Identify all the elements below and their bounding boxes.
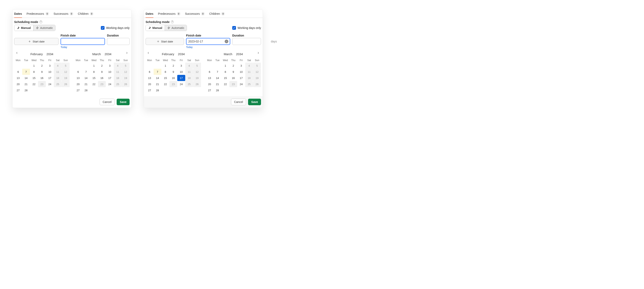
calendar-day[interactable]: 1 xyxy=(162,62,170,69)
calendar-day[interactable]: 4 xyxy=(185,62,193,69)
calendar-day[interactable]: 17 xyxy=(237,75,245,81)
calendar-day[interactable]: 16 xyxy=(170,75,178,81)
chevron-left-icon[interactable] xyxy=(14,51,19,55)
calendar-day[interactable]: 22 xyxy=(90,81,98,87)
calendar-day[interactable]: 6 xyxy=(206,69,214,75)
calendar-day[interactable]: 23 xyxy=(38,81,46,87)
calendar-day[interactable]: 12 xyxy=(253,69,261,75)
calendar-day[interactable]: 15 xyxy=(30,75,38,81)
finish-date-field[interactable] xyxy=(62,39,103,43)
calendar-day[interactable]: 25 xyxy=(185,81,193,87)
calendar-day[interactable]: 11 xyxy=(245,69,253,75)
calendar-day[interactable]: 4 xyxy=(54,62,62,69)
calendar-day[interactable]: 17 xyxy=(106,75,114,81)
calendar-day[interactable]: 2 xyxy=(170,62,178,69)
calendar-day[interactable]: 20 xyxy=(146,81,154,87)
calendar-day[interactable]: 16 xyxy=(98,75,106,81)
calendar-day[interactable]: 21 xyxy=(82,81,90,87)
calendar-day[interactable]: 20 xyxy=(206,81,214,87)
calendar-day[interactable]: 16 xyxy=(230,75,238,81)
cancel-button[interactable]: Cancel xyxy=(231,99,246,105)
calendar-day[interactable]: 7 xyxy=(214,69,222,75)
save-button[interactable]: Save xyxy=(248,99,261,105)
tab-children[interactable]: Children0 xyxy=(78,9,94,18)
cancel-button[interactable]: Cancel xyxy=(100,99,115,105)
calendar-day[interactable]: 11 xyxy=(185,69,193,75)
calendar-day[interactable]: 6 xyxy=(146,69,154,75)
calendar-day[interactable]: 28 xyxy=(82,87,90,93)
calendar-day[interactable]: 12 xyxy=(193,69,201,75)
calendar-day[interactable]: 20 xyxy=(74,81,82,87)
calendar-day[interactable]: 2 xyxy=(98,62,106,69)
calendar-day[interactable]: 3 xyxy=(106,62,114,69)
tab-dates[interactable]: Dates xyxy=(146,10,154,18)
calendar-day[interactable]: 19 xyxy=(193,75,201,81)
today-link[interactable]: Today xyxy=(60,46,105,49)
calendar-day[interactable]: 27 xyxy=(146,87,154,93)
calendar-day[interactable]: 9 xyxy=(170,69,178,75)
calendar-day[interactable]: 28 xyxy=(154,87,162,93)
chevron-right-icon[interactable] xyxy=(125,51,129,55)
calendar-day[interactable]: 5 xyxy=(253,62,261,69)
calendar-day[interactable]: 24 xyxy=(237,81,245,87)
calendar-day[interactable]: 10 xyxy=(106,69,114,75)
tab-children[interactable]: Children0 xyxy=(209,9,225,18)
calendar-day[interactable]: 13 xyxy=(14,75,22,81)
calendar-day[interactable]: 13 xyxy=(74,75,82,81)
calendar-day[interactable]: 7 xyxy=(154,69,162,75)
calendar-day[interactable]: 15 xyxy=(90,75,98,81)
finish-date-input[interactable] xyxy=(186,38,230,45)
calendar-day[interactable]: 20 xyxy=(14,81,22,87)
calendar-day[interactable]: 25 xyxy=(114,81,122,87)
calendar-day[interactable]: 12 xyxy=(62,69,70,75)
calendar-day[interactable]: 27 xyxy=(14,87,22,93)
calendar-day[interactable]: 19 xyxy=(62,75,70,81)
calendar-day[interactable]: 26 xyxy=(122,81,130,87)
start-date-button[interactable]: Start date xyxy=(146,38,184,45)
calendar-day[interactable]: 5 xyxy=(122,62,130,69)
calendar-day[interactable]: 14 xyxy=(154,75,162,81)
finish-date-input[interactable] xyxy=(60,38,105,45)
chevron-left-icon[interactable] xyxy=(146,51,150,55)
calendar-day[interactable]: 11 xyxy=(54,69,62,75)
calendar-day[interactable]: 26 xyxy=(253,81,261,87)
chevron-right-icon[interactable] xyxy=(256,51,260,55)
duration-field[interactable] xyxy=(234,39,271,43)
calendar-day[interactable]: 24 xyxy=(106,81,114,87)
calendar-day[interactable]: 25 xyxy=(245,81,253,87)
working-days-checkbox[interactable]: Working days only xyxy=(101,26,130,30)
calendar-day[interactable]: 7 xyxy=(82,69,90,75)
calendar-day[interactable]: 10 xyxy=(177,69,185,75)
calendar-day[interactable]: 1 xyxy=(222,62,230,69)
tab-dates[interactable]: Dates xyxy=(14,10,22,18)
tab-predecessors[interactable]: Predecessors0 xyxy=(26,9,49,18)
calendar-day[interactable]: 17 xyxy=(46,75,54,81)
calendar-day[interactable]: 8 xyxy=(30,69,38,75)
calendar-day[interactable]: 3 xyxy=(237,62,245,69)
calendar-day[interactable]: 3 xyxy=(46,62,54,69)
calendar-day[interactable]: 21 xyxy=(22,81,30,87)
calendar-day[interactable]: 15 xyxy=(162,75,170,81)
calendar-day[interactable]: 16 xyxy=(38,75,46,81)
tab-successors[interactable]: Successors0 xyxy=(185,9,205,18)
calendar-day[interactable]: 28 xyxy=(214,87,222,93)
calendar-day[interactable]: 17 xyxy=(177,75,185,81)
calendar-day[interactable]: 22 xyxy=(162,81,170,87)
calendar-day[interactable]: 19 xyxy=(253,75,261,81)
calendar-day[interactable]: 2 xyxy=(230,62,238,69)
calendar-day[interactable]: 23 xyxy=(98,81,106,87)
today-link[interactable]: Today xyxy=(186,46,230,49)
calendar-day[interactable]: 5 xyxy=(193,62,201,69)
calendar-day[interactable]: 13 xyxy=(146,75,154,81)
calendar-day[interactable]: 22 xyxy=(30,81,38,87)
save-button[interactable]: Save xyxy=(117,99,130,105)
calendar-day[interactable]: 27 xyxy=(74,87,82,93)
calendar-day[interactable]: 24 xyxy=(46,81,54,87)
calendar-day[interactable]: 18 xyxy=(245,75,253,81)
calendar-day[interactable]: 15 xyxy=(222,75,230,81)
calendar-day[interactable]: 23 xyxy=(170,81,178,87)
calendar-day[interactable]: 12 xyxy=(122,69,130,75)
calendar-day[interactable]: 21 xyxy=(214,81,222,87)
working-days-checkbox[interactable]: Working days only xyxy=(232,26,261,30)
calendar-day[interactable]: 1 xyxy=(90,62,98,69)
